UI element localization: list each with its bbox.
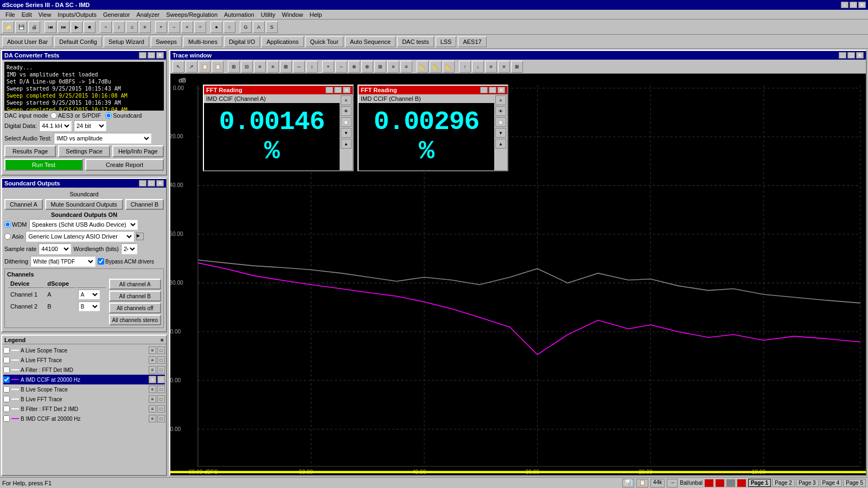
fft-left-min[interactable]: _ <box>326 87 333 93</box>
trace-tb-9[interactable]: ⊠ <box>280 61 292 73</box>
legend-icon-3b[interactable]: □ <box>157 376 165 383</box>
menu-sweeps[interactable]: Sweeps/Regulation <box>163 10 221 19</box>
btn-quick-tour[interactable]: Quick Tour <box>305 36 343 47</box>
status-btn-2[interactable]: 📋 <box>636 479 648 487</box>
trace-tb-20[interactable]: 📐 <box>430 61 442 73</box>
settings-page-btn[interactable]: Settings Pace <box>58 145 110 157</box>
ch1-select[interactable]: AB <box>78 290 100 299</box>
trace-maximize-btn[interactable]: □ <box>847 52 855 59</box>
wordlength-select[interactable]: 24 <box>121 243 137 254</box>
toolbar-btn-12[interactable]: + <box>155 21 167 33</box>
menu-view[interactable]: View <box>35 10 55 19</box>
fft-right-max[interactable]: □ <box>489 87 496 93</box>
fft-left-icon-3[interactable]: 📋 <box>341 117 352 127</box>
sc-close-btn[interactable]: × <box>156 180 164 187</box>
toolbar-btn-4[interactable]: ⏮ <box>44 21 56 33</box>
legend-icon-6b[interactable]: □ <box>157 405 165 413</box>
toolbar-btn-17[interactable]: ○ <box>224 21 235 33</box>
trace-tb-23[interactable]: ↓ <box>472 61 484 73</box>
trace-tb-24[interactable]: ≡ <box>485 61 497 73</box>
digital-data-khz-select[interactable]: 44.1 kHz <box>39 120 72 131</box>
results-page-btn[interactable]: Results Page <box>4 145 56 157</box>
btn-lss[interactable]: LSS <box>436 36 457 47</box>
btn-about-user-bar[interactable]: About User Bar <box>2 36 53 47</box>
btn-digital-io[interactable]: Digital I/O <box>224 36 260 47</box>
trace-tb-18[interactable]: ≡ <box>400 61 412 73</box>
legend-check-3[interactable] <box>3 376 10 383</box>
trace-tb-13[interactable]: − <box>335 61 347 73</box>
asio-radio-input[interactable] <box>4 233 11 240</box>
status-btn-3[interactable]: 44k <box>650 479 665 487</box>
trace-tb-6[interactable]: ⊟ <box>241 61 253 73</box>
trace-tb-25[interactable]: ≡ <box>498 61 510 73</box>
btn-setup-wizard[interactable]: Setup Wizard <box>104 36 149 47</box>
trace-tb-15[interactable]: ⊕ <box>361 61 373 73</box>
toolbar-btn-7[interactable]: ■ <box>84 21 95 33</box>
legend-check-6[interactable] <box>3 406 10 412</box>
page-tab-2[interactable]: Page 2 <box>772 479 795 487</box>
trace-tb-2[interactable]: ↗ <box>186 61 197 73</box>
trace-tb-10[interactable]: ↔ <box>293 61 305 73</box>
toolbar-btn-1[interactable]: 📁 <box>2 21 14 33</box>
legend-icon-7b[interactable]: □ <box>157 415 165 422</box>
da-maximize-btn[interactable]: □ <box>148 52 155 59</box>
trace-tb-7[interactable]: ≡ <box>254 61 266 73</box>
status-btn-1[interactable]: 📊 <box>622 479 634 487</box>
legend-check-4[interactable] <box>3 386 10 393</box>
btn-sweeps[interactable]: Sweeps <box>151 36 182 47</box>
fft-right-close[interactable]: × <box>497 87 505 93</box>
btn-auto-sequence[interactable]: Auto Sequence <box>345 36 395 47</box>
toolbar-btn-13[interactable]: − <box>168 21 180 33</box>
toolbar-btn-14[interactable]: × <box>181 21 193 33</box>
fft-left-max[interactable]: □ <box>334 87 342 93</box>
legend-icon-0b[interactable]: □ <box>157 346 165 354</box>
page-tab-3[interactable]: Page 3 <box>796 479 819 487</box>
legend-icon-5a[interactable]: ≡ <box>149 395 156 403</box>
legend-check-2[interactable] <box>3 367 10 373</box>
legend-close[interactable]: × <box>161 337 164 343</box>
legend-icon-5b[interactable]: □ <box>157 395 165 403</box>
fft-left-close[interactable]: × <box>343 87 350 93</box>
all-channels-stereo-btn[interactable]: All channels stereo <box>109 314 162 325</box>
menu-inputs-outputs[interactable]: Inputs/Outputs <box>54 10 100 19</box>
legend-icon-4a[interactable]: ≡ <box>149 386 156 393</box>
legend-check-1[interactable] <box>3 357 10 363</box>
trace-tb-1[interactable]: ↖ <box>173 61 184 73</box>
btn-aes17[interactable]: AES17 <box>458 36 486 47</box>
bypass-checkbox[interactable] <box>98 258 104 265</box>
run-test-btn[interactable]: Run Test <box>4 159 83 171</box>
page-tab-5[interactable]: Page 5 <box>843 479 866 487</box>
toolbar-gen-2[interactable]: A <box>253 21 265 33</box>
channel-b-btn[interactable]: Channel B <box>125 199 164 210</box>
toolbar-btn-16[interactable]: ● <box>210 21 222 33</box>
menu-automation[interactable]: Automation <box>221 10 258 19</box>
legend-icon-0a[interactable]: ≡ <box>149 346 156 354</box>
toolbar-gen-3[interactable]: S <box>266 21 278 33</box>
toolbar-btn-10[interactable]: ♫ <box>126 21 138 33</box>
menu-analyzer[interactable]: Analyzer <box>133 10 163 19</box>
trace-tb-22[interactable]: ↑ <box>459 61 471 73</box>
close-button[interactable]: × <box>858 2 866 8</box>
da-minimize-btn[interactable]: _ <box>139 52 146 59</box>
legend-icon-4b[interactable]: □ <box>157 386 165 393</box>
toolbar-btn-6[interactable]: ▶ <box>71 21 82 33</box>
legend-icon-3a[interactable]: ≡ <box>149 376 156 383</box>
trace-tb-12[interactable]: + <box>322 61 334 73</box>
menu-generator[interactable]: Generator <box>100 10 133 19</box>
fft-left-icon-5[interactable]: ▲ <box>341 139 352 149</box>
fft-left-icon-2[interactable]: 👁 <box>341 106 352 116</box>
legend-check-7[interactable] <box>3 415 10 422</box>
trace-tb-11[interactable]: ↕ <box>306 61 318 73</box>
menu-window[interactable]: Window <box>279 10 307 19</box>
legend-icon-7a[interactable]: ≡ <box>149 415 156 422</box>
sc-minimize-btn[interactable]: _ <box>139 180 146 187</box>
wdm-device-select[interactable]: Speakers (Schit USB Audio Device) <box>29 219 138 230</box>
toolbar-btn-9[interactable]: ♪ <box>113 21 125 33</box>
fft-right-icon-3[interactable]: 📋 <box>495 117 506 127</box>
page-tab-4[interactable]: Page 4 <box>820 479 843 487</box>
trace-tb-4[interactable]: 📋 <box>212 61 224 73</box>
legend-icon-1b[interactable]: □ <box>157 356 165 364</box>
trace-tb-14[interactable]: ⊕ <box>348 61 360 73</box>
trace-tb-26[interactable]: ⊠ <box>511 61 523 73</box>
btn-dac-tests[interactable]: DAC tests <box>397 36 434 47</box>
